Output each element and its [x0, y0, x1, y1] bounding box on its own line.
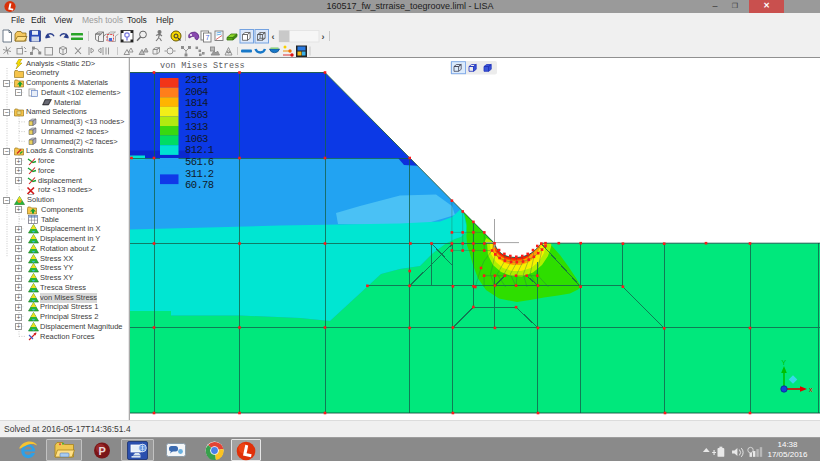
svg-text:P: P	[99, 445, 106, 457]
svg-text:60.78: 60.78	[185, 179, 214, 191]
svg-text:1563: 1563	[185, 109, 208, 121]
svg-text:Y: Y	[782, 359, 787, 366]
svg-text:von Mises Stress: von Mises Stress	[160, 61, 245, 71]
svg-text:1814: 1814	[185, 97, 208, 109]
svg-text:x: x	[809, 386, 813, 393]
svg-text:1313: 1313	[185, 121, 208, 133]
svg-text:›: ›	[322, 32, 325, 42]
svg-text:1063: 1063	[185, 133, 208, 145]
svg-text:812.1: 812.1	[185, 144, 214, 156]
svg-text:2064: 2064	[185, 86, 208, 98]
svg-text:7: 7	[206, 34, 210, 41]
svg-text:‹: ‹	[272, 32, 275, 42]
svg-text:311.2: 311.2	[185, 168, 214, 180]
svg-text:2315: 2315	[185, 74, 208, 86]
svg-text:561.6: 561.6	[185, 156, 214, 168]
